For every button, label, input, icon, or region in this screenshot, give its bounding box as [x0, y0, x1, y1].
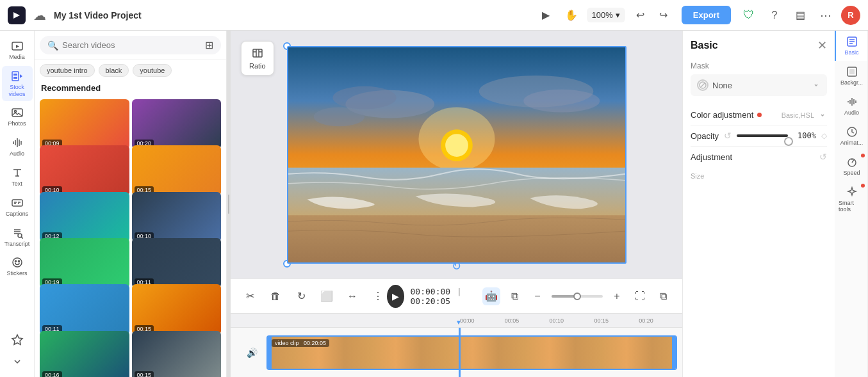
svg-rect-26 [849, 69, 855, 74]
shield-icon[interactable]: 🛡 [739, 5, 759, 26]
sidebar-stickers-label: Stickers [6, 270, 27, 277]
sidebar-item-photos[interactable]: Photos [2, 102, 33, 131]
video-thumb-0[interactable]: 00:09 [40, 99, 129, 149]
video-thumb-8[interactable]: 00:11 [40, 284, 129, 334]
trim-tool-button[interactable]: ✂ [241, 287, 259, 305]
zoom-value: 100% [592, 10, 613, 20]
split-view-button[interactable]: ⧉ [505, 287, 523, 305]
sidebar-item-transcript[interactable]: Transcript [2, 223, 33, 252]
topbar: ☁ My 1st Video Project ▶ ✋ 100% ▾ ↩ ↪ Ex… [0, 0, 868, 31]
media-panel: 🔍 ⊞ youtube intro black youtube Recommen… [35, 31, 227, 377]
undo-button[interactable]: ↩ [630, 5, 651, 26]
tag-black[interactable]: black [99, 64, 129, 77]
play-pause-button[interactable]: ▶ [387, 285, 404, 308]
sidebar-item-media[interactable]: Media [2, 36, 33, 65]
hand-tool-button[interactable]: ✋ [561, 5, 582, 26]
rotate-handle[interactable]: ↻ [452, 259, 461, 273]
speed-dot [861, 154, 865, 157]
video-thumb-7[interactable]: 00:11 [132, 238, 222, 288]
video-preview [287, 46, 626, 264]
tab-animate[interactable]: Animat... [835, 121, 867, 151]
sidebar-photos-label: Photos [8, 120, 26, 127]
project-title: My 1st Video Project [54, 10, 528, 20]
zoom-in-button[interactable]: + [608, 287, 626, 305]
zoom-out-button[interactable]: − [528, 287, 546, 305]
sidebar-item-stock-videos[interactable]: Stock videos [2, 66, 33, 102]
opacity-track [737, 134, 788, 137]
help-icon[interactable]: ? [764, 5, 785, 26]
tag-youtube[interactable]: youtube [133, 64, 172, 77]
fullscreen-button[interactable]: ⛶ [631, 287, 649, 305]
volume-button[interactable]: 🔊 [247, 348, 258, 358]
svg-point-17 [332, 86, 396, 109]
cloud-button[interactable]: ☁ [33, 8, 46, 23]
sidebar-expand-button[interactable] [2, 351, 33, 372]
close-panel-button[interactable]: ✕ [817, 38, 827, 52]
export-button[interactable]: Export [682, 6, 731, 24]
ratio-button[interactable]: Ratio [241, 41, 274, 76]
opacity-value: 100% [793, 131, 816, 140]
video-thumb-9[interactable]: 00:15 [132, 284, 222, 334]
split-button[interactable]: ⋮ [369, 287, 387, 305]
video-thumb-4[interactable]: 00:12 [40, 192, 129, 242]
tab-smart-tools[interactable]: Smart tools [835, 181, 867, 218]
sidebar-item-stickers[interactable]: Stickers [2, 252, 33, 281]
sidebar-text-label: Text [12, 180, 22, 188]
color-adjustment-row[interactable]: Color adjustment Basic,HSL [691, 105, 827, 125]
video-thumb-11[interactable]: 00:15 [132, 331, 222, 377]
left-sidebar: Media Stock videos Photos [0, 31, 35, 377]
opacity-slider[interactable] [737, 134, 788, 137]
video-thumb-10[interactable]: 00:16 [40, 331, 129, 377]
duplicate-button[interactable]: ↻ [292, 287, 310, 305]
svg-point-20 [313, 107, 364, 126]
video-thumb-5[interactable]: 00:10 [132, 192, 222, 242]
filter-button[interactable]: ⊞ [205, 39, 213, 51]
tab-basic[interactable]: Basic [835, 31, 867, 61]
timeline-scrubber[interactable] [459, 328, 461, 377]
sidebar-item-favorites[interactable] [2, 330, 33, 350]
opacity-thumb [784, 137, 793, 146]
user-avatar[interactable]: R [841, 6, 860, 25]
undo-redo-group: ↩ ↪ [630, 5, 674, 26]
svg-rect-1 [12, 72, 19, 81]
video-thumb-2[interactable]: 00:10 [40, 145, 129, 195]
more-options-button[interactable]: ⋯ [815, 5, 836, 26]
mask-chevron-icon [812, 81, 821, 90]
ruler-mark-1: 00:05 [504, 317, 548, 324]
delete-button[interactable]: 🗑 [266, 287, 284, 305]
sidebar-captions-label: Captions [6, 211, 29, 218]
crop-button[interactable]: ⬜ [318, 287, 336, 305]
video-thumb-1[interactable]: 00:20 [132, 99, 222, 149]
clip-handle-right[interactable] [672, 337, 676, 369]
clip-handle-left[interactable] [268, 337, 272, 369]
play-tool-button[interactable]: ▶ [536, 5, 556, 26]
video-thumb-6[interactable]: 00:19 [40, 238, 129, 288]
tab-speed[interactable]: Speed [835, 151, 867, 181]
adjustment-reset-button[interactable]: ↺ [819, 152, 827, 162]
opacity-diamond-button[interactable]: ◇ [821, 131, 827, 140]
sidebar-transcript-label: Transcript [4, 241, 30, 248]
flip-button[interactable]: ↔ [343, 287, 361, 305]
controls-bar: ✂ 🗑 ↻ ⬜ ↔ ⋮ ▶ 00:00:00 | 00:20:05 🤖 ⧉ − [231, 278, 682, 313]
sidebar-item-text[interactable]: Text [2, 163, 33, 191]
pip-button[interactable]: ⧉ [654, 287, 672, 305]
opacity-reset-button[interactable]: ↺ [724, 131, 732, 141]
mask-selector[interactable]: None [691, 74, 827, 96]
main-layout: Media Stock videos Photos [0, 31, 868, 377]
video-grid: 00:09 00:20 00:10 00:15 00:12 0 [35, 97, 226, 377]
layers-icon[interactable]: ▤ [790, 5, 810, 26]
sidebar-item-audio[interactable]: Audio [2, 132, 33, 161]
redo-button[interactable]: ↪ [653, 5, 674, 26]
ai-assistant-button[interactable]: 🤖 [482, 287, 500, 305]
right-panel-inner: Basic ✕ Mask None [683, 31, 868, 377]
clip-track[interactable]: video clip 00:20:05 [266, 335, 677, 370]
search-icon: 🔍 [47, 40, 58, 51]
sidebar-item-captions[interactable]: Captions [2, 193, 33, 221]
search-input[interactable] [62, 40, 201, 50]
zoom-track[interactable] [552, 295, 603, 298]
tag-youtube-intro[interactable]: youtube intro [40, 64, 95, 77]
video-thumb-3[interactable]: 00:15 [132, 145, 222, 195]
tab-audio[interactable]: Audio [835, 91, 867, 121]
tab-background[interactable]: Backgr... [835, 61, 867, 91]
zoom-selector[interactable]: 100% ▾ [587, 8, 625, 22]
